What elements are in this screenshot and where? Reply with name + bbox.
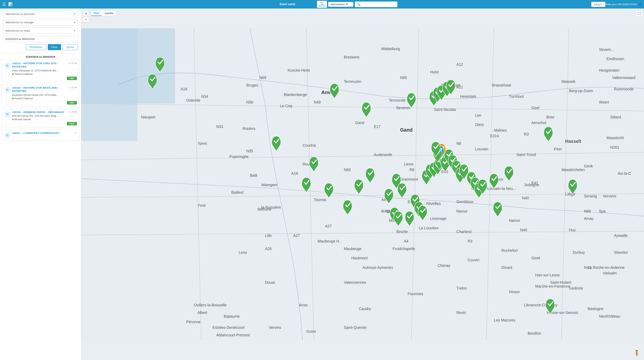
svg-text:Hoogstraten: Hoogstraten — [599, 68, 620, 72]
list-item[interactable]: ↻ #16316 – HEMBEEK PARCK – DÉPANNAGE ◷ 0… — [2, 109, 80, 128]
search-input[interactable] — [361, 3, 396, 6]
svg-text:Caudry: Caudry — [359, 307, 371, 311]
svg-text:Herentals: Herentals — [460, 94, 476, 99]
svg-text:Aulnoye-Aymeries: Aulnoye-Aymeries — [362, 265, 393, 270]
svg-text:Charleroi: Charleroi — [456, 230, 472, 234]
svg-text:Le Coq: Le Coq — [280, 104, 292, 108]
dropdown-arrow-icon: ▼ — [346, 3, 348, 6]
card-row-bottom: FAIT — [12, 122, 77, 125]
expand-icon[interactable]: ⌃ — [74, 132, 77, 136]
svg-text:Spa: Spa — [599, 209, 606, 213]
svg-text:A19: A19 — [291, 171, 298, 175]
svg-text:Ovillers-la-Boisselle: Ovillers-la-Boisselle — [194, 303, 226, 307]
search-bar: 🔍 — [355, 2, 398, 7]
svg-text:Dinant: Dinant — [501, 265, 512, 270]
user-icon: 👤 — [638, 3, 642, 6]
svg-text:Tournai: Tournai — [314, 198, 326, 202]
fullscreen-button[interactable] — [636, 11, 642, 16]
tech-name: Rachid Chakkouri — [14, 97, 33, 100]
svg-text:Waregem: Waregem — [261, 183, 277, 187]
svg-text:Malines: Malines — [494, 128, 507, 132]
svg-text:E314: E314 — [490, 134, 499, 138]
zoom-in-button[interactable]: + — [83, 11, 89, 16]
card-title-row: #16317 – LADBROKES LESBROUSART – ⌃ — [12, 132, 77, 136]
card-body: #16316 – HEMBEEK PARCK – DÉPANNAGE ◷ 07:… — [12, 111, 77, 126]
svg-text:Valenciennes: Valenciennes — [344, 280, 366, 284]
svg-rect-2 — [81, 28, 138, 141]
svg-text:Turnhout: Turnhout — [509, 94, 524, 99]
svg-text:N33: N33 — [216, 124, 223, 129]
chart-icon[interactable]: 📊 — [8, 2, 12, 7]
svg-text:Lierre: Lierre — [404, 162, 414, 166]
svg-text:Peer: Peer — [554, 147, 562, 151]
svg-text:Sevem...: Sevem... — [599, 47, 614, 52]
svg-text:Albert: Albert — [198, 310, 208, 315]
filter-button[interactable]: Filtrer — [48, 44, 61, 50]
reset-button[interactable]: Réinitialiser — [26, 44, 46, 50]
card-address: Drève Olympique 15, 1070 Anderlecht, Bel… — [12, 69, 77, 72]
card-technician: Rachid Chakkouri — [12, 73, 77, 76]
svg-text:Ablaincourt-Pressoir: Ablaincourt-Pressoir — [216, 333, 250, 337]
svg-text:Aix-la-C: Aix-la-C — [618, 171, 631, 175]
date-range-input[interactable] — [3, 36, 78, 42]
status-badge: FAIT — [67, 122, 77, 125]
svg-text:Givet: Givet — [532, 256, 540, 260]
time-value: 07:00 — [72, 86, 77, 89]
map-canvas[interactable]: Anvers Gand Hasselt Liège Nivelles Ottig… — [81, 9, 644, 360]
interventions-dropdown[interactable]: Interventions ▼ — [328, 2, 353, 7]
svg-text:Middelburg: Middelburg — [381, 47, 400, 51]
svg-text:R8: R8 — [410, 168, 414, 172]
svg-text:Weert: Weert — [599, 100, 609, 104]
svg-text:A26: A26 — [265, 247, 272, 251]
svg-text:Termonde: Termonde — [389, 98, 406, 102]
manager-select[interactable]: Sélectionnez un manager — [3, 19, 78, 26]
map-plan-button[interactable]: Plan — [91, 11, 102, 16]
svg-text:N66: N66 — [584, 209, 591, 213]
card-title-row: #16314 – HISTOIRE D'OR WESTLAND – ENTRET… — [12, 86, 77, 94]
card-address: Rue des Faînes 205, 1120 Bruxelles, Belg… — [12, 115, 77, 117]
map-type-selector: Plan Satellite — [91, 11, 116, 16]
svg-text:Aywaille: Aywaille — [614, 233, 628, 238]
svg-text:Roulers: Roulers — [242, 126, 256, 131]
svg-text:N69: N69 — [260, 76, 266, 80]
svg-text:Lens: Lens — [239, 250, 247, 255]
pegman-icon[interactable]: 🧍 — [633, 350, 640, 356]
svg-text:Linsmage: Linsmage — [430, 216, 446, 221]
card-sync-icon: ↻ — [4, 87, 11, 93]
svg-text:Valkenswaard: Valkenswaard — [612, 76, 635, 80]
svg-text:Audenarde: Audenarde — [374, 152, 392, 157]
card-technician: Rachid Chakkouri — [12, 97, 77, 100]
svg-text:Estrées-Deniécourt: Estrées-Deniécourt — [212, 325, 245, 330]
interventions-label: Interventions — [330, 3, 345, 6]
zoom-out-button[interactable]: − — [83, 17, 89, 23]
svg-text:Han-sur-Lesse: Han-sur-Lesse — [535, 273, 560, 277]
svg-text:N8: N8 — [456, 141, 461, 145]
svg-text:Lille: Lille — [265, 233, 272, 238]
menu-icon[interactable]: ☰ — [2, 2, 6, 7]
topnav: ☰ 📊 Suivi carto AC AIR EXECUTION Interve… — [0, 0, 644, 9]
svg-text:Marche-en-Famenne: Marche-en-Famenne — [535, 284, 570, 288]
svg-text:La Louvière: La Louvière — [419, 226, 438, 230]
fullscreen-icon — [638, 12, 641, 15]
list-item[interactable]: ↻ #16313 – HISTOIRE D'OR CORA 1070 – ENT… — [2, 60, 80, 82]
svg-text:N65: N65 — [400, 76, 407, 80]
clock-icon: ◷ — [69, 62, 71, 64]
statut-select[interactable]: Sélectionnez un statut — [3, 28, 78, 34]
svg-text:N34: N34 — [201, 94, 208, 99]
list-item[interactable]: ↻ #16314 – HISTOIRE D'OR WESTLAND – ENTR… — [2, 84, 80, 107]
list-item[interactable]: ↻ #16317 – LADBROKES LESBROUSART – ⌃ — [2, 129, 80, 141]
clock-icon: ◷ — [69, 111, 71, 113]
svg-text:Saint-Nicolas: Saint-Nicolas — [434, 107, 456, 112]
add-button[interactable]: Ajouter — [62, 44, 78, 50]
svg-text:Bouillon: Bouillon — [528, 331, 541, 335]
svg-text:Gand: Gand — [400, 127, 412, 133]
card-technician: Michael Sansak — [12, 118, 77, 121]
svg-text:Breskens: Breskens — [344, 55, 360, 59]
technicien-select[interactable]: Sélectionnez un technicien — [3, 11, 78, 17]
map-satellite-button[interactable]: Satellite — [102, 11, 116, 16]
svg-text:Neufchâteau: Neufchâteau — [599, 314, 620, 318]
tech-name: Rachid Chakkouri — [14, 73, 33, 76]
svg-text:Seraing: Seraing — [584, 194, 597, 198]
sidebar: Sélectionnez un technicien ▼ Sélectionne… — [0, 9, 81, 360]
svg-text:Durbuy: Durbuy — [573, 250, 585, 255]
